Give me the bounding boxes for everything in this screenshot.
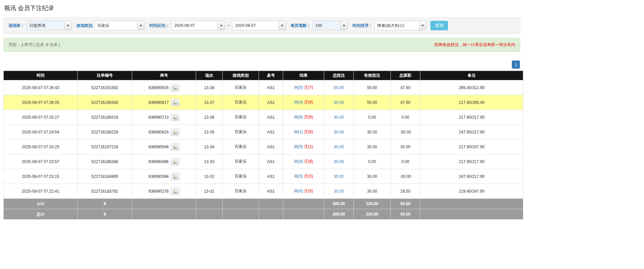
video-replay-icon — [173, 145, 178, 149]
cell-total-bet: 50.00 — [324, 80, 354, 95]
replay-video-button[interactable] — [171, 114, 180, 121]
total-bet-link[interactable]: 30.00 — [334, 115, 344, 120]
cell-bet-id: 522716186388 — [78, 154, 132, 169]
result-banker: 庄(6) — [304, 129, 313, 134]
cell-result: 闲(1) 庄(6) — [283, 125, 324, 140]
video-replay-icon — [173, 86, 178, 90]
cell-game-type: 百家乐 — [223, 154, 259, 169]
cell-valid-bet: 0.00 — [354, 110, 391, 125]
cell-round-id: 638990817 — [132, 95, 196, 110]
replay-video-button[interactable] — [171, 84, 180, 91]
result-player: 闲(0) — [294, 189, 303, 193]
cell-note: 217.90/217.90 — [420, 154, 523, 169]
page: 视讯 会员下注纪录 请选择： 日期查询 游戏类别 百家乐 时间区间： 2025-… — [0, 0, 520, 226]
cell-time: 2025-08-07 07:23:57 — [4, 154, 78, 169]
cell-total-bet: 30.00 — [324, 140, 354, 154]
cell-payout: 47.50 — [391, 95, 420, 110]
total-cell: 总计 — [4, 209, 78, 220]
cell-note: 219.40/247.90 — [420, 184, 523, 199]
cell-total-bet: 30.00 — [324, 110, 354, 125]
round-id-text: 638990278 — [148, 189, 168, 194]
video-replay-icon — [173, 189, 178, 193]
caret-down-icon[interactable] — [64, 21, 71, 30]
video-replay-icon — [173, 101, 178, 105]
table-row: 2025-08-07 07:24:54522716188229638990624… — [4, 125, 523, 140]
records-table: 时间 注单编号 局号 场次 游戏类别 桌号 结果 总投注 有效投注 总派彩 备注… — [3, 71, 523, 220]
cell-session: 13-31 — [196, 184, 223, 199]
total-bet-link[interactable]: 30.00 — [334, 174, 344, 179]
cell-payout: 30.00 — [391, 140, 420, 154]
total-cell — [420, 209, 523, 220]
page-size-label: 每页笔数： — [291, 23, 311, 29]
cell-result: 闲(5) 庄(0) — [283, 169, 324, 184]
query-type-label: 请选择： — [8, 23, 25, 29]
cell-bet-id: 522716183782 — [78, 184, 132, 199]
date-from-select[interactable]: 2025-08-07 — [171, 21, 225, 30]
cell-valid-bet: 30.00 — [354, 169, 391, 184]
total-bet-link[interactable]: 30.00 — [334, 130, 344, 134]
subtotal-row: 小计8280.00220.0093.50 — [4, 199, 523, 209]
cell-bet-id: 522716189319 — [78, 110, 132, 125]
round-id-text: 638990713 — [148, 115, 168, 120]
caret-down-icon[interactable] — [278, 21, 286, 30]
cell-time: 2025-08-07 07:24:54 — [4, 125, 78, 140]
total-bet-link[interactable]: 30.00 — [334, 159, 344, 164]
cell-table-no: AS1 — [259, 140, 283, 154]
col-header-table-no: 桌号 — [259, 71, 283, 80]
replay-video-button[interactable] — [171, 188, 180, 195]
cell-valid-bet: 50.00 — [354, 80, 391, 95]
cell-session: 13-33 — [196, 154, 223, 169]
page-button-1[interactable]: 1 — [512, 61, 520, 69]
table-row: 2025-08-07 07:22:41522716183782638990278… — [4, 184, 523, 199]
cell-table-no: AS1 — [259, 125, 283, 140]
subtotal-cell: 220.00 — [354, 199, 391, 209]
total-cell: 93.50 — [391, 209, 420, 220]
cell-result: 闲(9) 庄(1) — [283, 140, 324, 154]
cell-table-no: AS1 — [259, 154, 283, 169]
cell-bet-id: 522716188229 — [78, 125, 132, 140]
query-type-select[interactable]: 日期查询 — [26, 21, 72, 30]
subtotal-cell — [259, 199, 283, 209]
result-player: 闲(6) — [294, 115, 303, 119]
cell-note: 265.40/312.90 — [420, 80, 523, 95]
replay-video-button[interactable] — [171, 173, 180, 180]
replay-video-button[interactable] — [171, 158, 180, 165]
cell-time: 2025-08-07 07:22:41 — [4, 184, 78, 199]
total-bet-link[interactable]: 30.00 — [334, 189, 344, 194]
result-player: 闲(5) — [294, 85, 303, 90]
caret-down-icon[interactable] — [137, 21, 144, 30]
game-type-select[interactable]: 百家乐 — [94, 21, 145, 30]
caret-down-icon[interactable] — [218, 21, 225, 30]
result-player: 闲(4) — [294, 100, 303, 105]
cell-total-bet: 50.00 — [324, 95, 354, 110]
search-button[interactable]: 查询 — [430, 21, 448, 30]
page-size-select[interactable]: 100 — [312, 21, 348, 30]
result-banker: 庄(8) — [304, 159, 313, 164]
caret-down-icon[interactable] — [419, 21, 426, 30]
replay-video-button[interactable] — [171, 143, 180, 151]
total-cell: 220.00 — [354, 209, 391, 220]
total-bet-link[interactable]: 30.00 — [334, 145, 344, 149]
total-bet-link[interactable]: 50.00 — [334, 100, 344, 105]
col-header-session: 场次 — [196, 71, 223, 80]
cell-payout: -30.00 — [391, 169, 420, 184]
caret-down-icon[interactable] — [340, 21, 347, 30]
cell-bet-id: 522716184895 — [78, 169, 132, 184]
sort-order-select[interactable]: 降幂(由大到小) — [374, 21, 426, 30]
replay-video-button[interactable] — [171, 99, 180, 106]
result-player: 闲(1) — [294, 129, 303, 134]
table-row: 2025-08-07 07:25:27522716189319638990713… — [4, 110, 523, 125]
cell-note: 217.90/217.90 — [420, 110, 523, 125]
col-header-game-type: 游戏类别 — [223, 71, 259, 80]
col-header-round-id: 局号 — [132, 71, 196, 80]
cell-round-id: 638990278 — [132, 184, 196, 199]
subtotal-cell — [196, 199, 223, 209]
replay-video-button[interactable] — [171, 128, 180, 136]
date-to-select[interactable]: 2025-08-07 — [232, 21, 286, 30]
table-body: 2025-08-07 07:26:43522716191582638990916… — [4, 80, 523, 220]
cell-game-type: 百家乐 — [223, 125, 259, 140]
total-bet-link[interactable]: 50.00 — [334, 85, 344, 90]
cell-valid-bet: 30.00 — [354, 140, 391, 154]
cell-game-type: 百家乐 — [223, 110, 259, 125]
cell-result: 闲(0) 庄(5) — [283, 184, 324, 199]
